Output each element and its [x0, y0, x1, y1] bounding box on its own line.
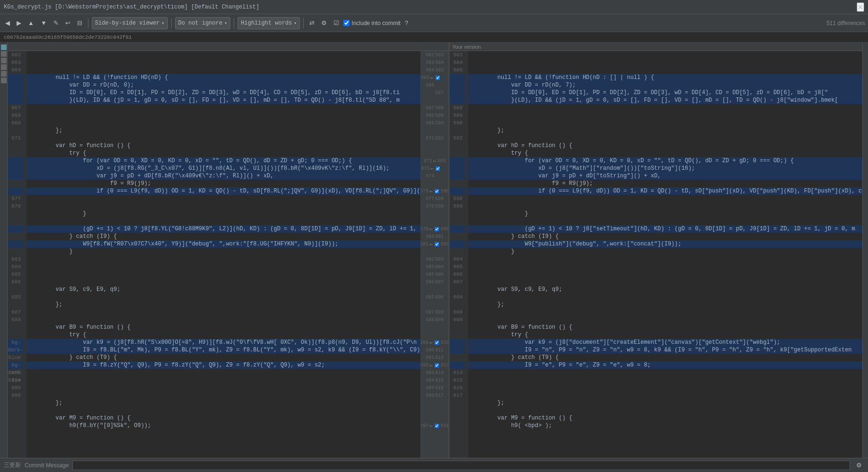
left-code-line: };: [26, 301, 421, 308]
right-code-line: var j9 = pD + dD["toString"]() + xD,: [468, 172, 862, 180]
right-code-line: [468, 293, 862, 301]
right-code-line: [468, 255, 862, 263]
right-line-num: [449, 331, 465, 339]
include-commit-text: Include into commit: [351, 20, 400, 26]
nav-up-button[interactable]: ▲: [26, 18, 36, 28]
include-commit-label[interactable]: Include into commit: [343, 20, 400, 26]
right-code-line: [468, 278, 862, 286]
diff-checkbox[interactable]: [435, 189, 439, 193]
diff-checkbox[interactable]: [435, 363, 439, 367]
right-code-line: }(LD), ID && (jD = 1, gD = 0, sD = [], F…: [468, 96, 862, 104]
gutter-row: 686607: [421, 278, 448, 286]
right-line-num: [449, 149, 465, 157]
gutter-row: [421, 414, 448, 422]
commit-input[interactable]: [72, 461, 850, 470]
diff-arrow-icon[interactable]: ⇐: [430, 188, 433, 194]
right-code-line: [468, 218, 862, 225]
left-code-line: [26, 195, 421, 202]
right-line-num: [449, 81, 465, 89]
right-line-num: [449, 157, 465, 165]
gutter-row: 695616: [421, 384, 448, 392]
right-line-num: 588: [449, 104, 465, 112]
left-line-num: 677: [8, 195, 24, 202]
left-code-line: [26, 316, 421, 323]
left-line-num: [8, 172, 24, 180]
diff-arrow-icon[interactable]: ⇐: [430, 340, 433, 346]
left-code-line: var M9 = function () {: [26, 414, 421, 422]
left-line-num: 685: [8, 271, 24, 278]
diff-checkbox[interactable]: [436, 75, 440, 79]
collapse-button[interactable]: ⊟: [75, 18, 85, 28]
ignore-dropdown[interactable]: Do not ignore ▾: [175, 17, 231, 29]
diff-checkbox[interactable]: [435, 242, 439, 246]
vertical-scrollbar[interactable]: [862, 43, 868, 458]
diff-arrow-icon[interactable]: ⇐: [430, 166, 434, 172]
diff-checkbox[interactable]: [435, 423, 439, 428]
left-code-line: try {: [26, 331, 421, 339]
gutter-row: [421, 286, 448, 293]
right-line-num: 590: [449, 119, 465, 127]
sidebar-icon-5[interactable]: [1, 71, 7, 77]
nav-down-button[interactable]: ▼: [38, 18, 49, 28]
right-code-line: h9( <bpd> );: [468, 422, 862, 429]
commit-area: 三更新 Commit Message ⚙: [0, 458, 868, 472]
left-code-line: [26, 278, 421, 286]
right-code-line: }: [468, 210, 862, 218]
left-panel: 6626636646676686696716776786836846856866…: [8, 43, 421, 458]
include-commit-checkbox[interactable]: [343, 20, 350, 26]
title-bar-left: KGs_decrypt.js [D:\WebstormProjects\ast_…: [4, 4, 259, 10]
diff-arrow-icon[interactable]: ⇐: [430, 226, 433, 232]
left-code-line: [26, 134, 421, 142]
diff-checkbox[interactable]: [436, 166, 440, 170]
sidebar-icon-6[interactable]: [1, 78, 7, 83]
left-line-num: 684: [8, 263, 24, 271]
diff-arrow-icon[interactable]: ⇐: [430, 362, 433, 368]
sidebar-icon-1[interactable]: [1, 44, 7, 50]
right-line-num: [449, 240, 465, 248]
close-button[interactable]: ✕: [857, 2, 864, 12]
ignore-arrow: ▾: [224, 20, 227, 26]
diff-checkbox[interactable]: [435, 340, 439, 344]
gutter-row: 669590: [421, 119, 448, 127]
left-line-num: 663: [8, 59, 24, 66]
split-button[interactable]: ⇄: [307, 18, 317, 28]
sidebar-icon-2[interactable]: [1, 51, 7, 57]
view-mode-dropdown[interactable]: Side-by-side viewer ▾: [92, 17, 168, 29]
diff-arrow-icon[interactable]: ⇐: [433, 158, 437, 164]
left-code-line: [26, 255, 421, 263]
title-text: KGs_decrypt.js [D:\WebstormProjects\ast_…: [4, 4, 259, 10]
edit-button[interactable]: ✎: [51, 18, 61, 28]
left-line-num: 683: [8, 255, 24, 263]
gutter-row: 682603: [421, 255, 448, 263]
commit-settings-icon[interactable]: ⚙: [854, 460, 864, 470]
left-line-num: [8, 233, 24, 240]
gutter-row: 674: [421, 172, 448, 180]
diff-arrow-icon[interactable]: ⇐: [430, 423, 433, 429]
back-button[interactable]: ↩: [63, 18, 73, 28]
diff-arrow-icon[interactable]: ⇐: [430, 241, 433, 247]
left-code-line: } catch (I9) {: [26, 233, 421, 240]
right-line-num: [449, 354, 465, 361]
settings-button[interactable]: ⚙: [319, 18, 329, 28]
help-button[interactable]: ?: [403, 18, 411, 28]
gutter-row: [421, 142, 448, 149]
right-code-line: [468, 134, 862, 142]
left-line-num: 695: [8, 384, 24, 392]
sidebar-icon-4[interactable]: [1, 64, 7, 70]
separator-1: [88, 18, 88, 28]
nav-next-button[interactable]: ▶: [14, 18, 24, 28]
highlight-label: Highlight words: [241, 20, 292, 26]
checkbox-settings[interactable]: ☑: [331, 18, 342, 28]
nav-prev-button[interactable]: ◀: [3, 18, 12, 28]
sidebar-icon-3[interactable]: [1, 58, 7, 63]
right-line-num: 607: [449, 278, 465, 286]
right-code-line: [468, 384, 862, 392]
highlight-dropdown[interactable]: Highlight words ▾: [237, 17, 300, 29]
diff-checkbox[interactable]: [435, 227, 439, 231]
right-code-line: [468, 104, 862, 112]
left-code-line: var hD = function () {: [26, 142, 421, 149]
right-code-line: [468, 66, 862, 74]
diff-arrow-icon[interactable]: ⇐: [430, 75, 434, 81]
right-line-num: [449, 422, 465, 429]
left-code-line: ID = DD[0], ED = DD[1], PD = DD[2], ZD =…: [26, 89, 421, 96]
